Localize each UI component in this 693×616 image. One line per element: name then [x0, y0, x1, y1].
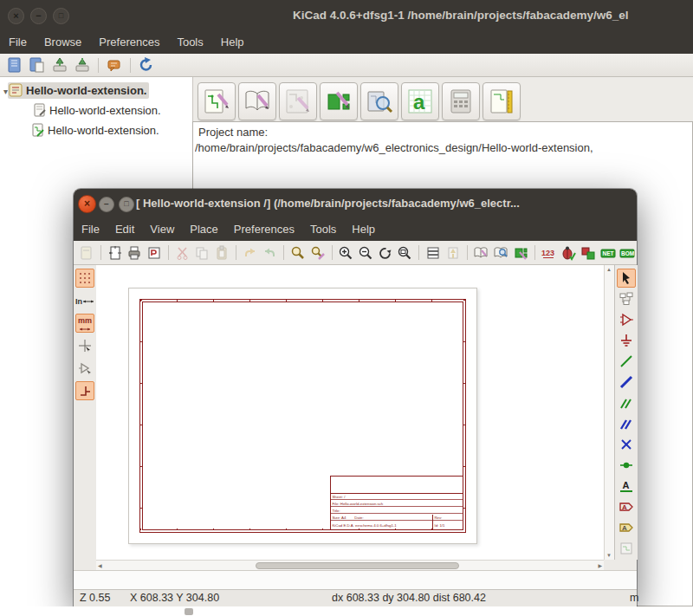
copy-icon[interactable]: [192, 243, 211, 263]
scroll-down-icon[interactable]: [606, 553, 612, 558]
zoom-fit-icon[interactable]: [396, 243, 415, 263]
menu-help[interactable]: Help: [212, 31, 253, 54]
menu-help[interactable]: Help: [344, 218, 383, 241]
tree-row-schematic[interactable]: Hello-world-extension.: [31, 120, 159, 139]
tree-item-label: Hello-world-extension.: [49, 104, 161, 117]
run-pcbnew-icon[interactable]: [511, 243, 530, 263]
place-bus-tool[interactable]: [617, 373, 636, 392]
refresh-tree-icon[interactable]: [136, 55, 157, 75]
hidden-pins-toggle[interactable]: [75, 359, 94, 378]
place-power-port-tool[interactable]: [617, 331, 636, 350]
new-project-icon[interactable]: [4, 55, 25, 75]
pcb-calculator-button[interactable]: [442, 82, 480, 120]
wire-to-bus-entry-tool[interactable]: [617, 393, 636, 412]
menu-place[interactable]: Place: [182, 218, 226, 241]
page-layout-editor-button[interactable]: [483, 82, 521, 120]
undo-icon[interactable]: [241, 243, 260, 263]
footprint-editor-button[interactable]: [320, 82, 358, 120]
scroll-left-icon[interactable]: [98, 562, 102, 568]
hv-orientation-toggle[interactable]: [75, 381, 94, 400]
paste-icon[interactable]: [212, 243, 231, 263]
bus-to-bus-entry-tool[interactable]: [617, 414, 636, 433]
toolbar-separator: [130, 58, 131, 73]
menu-tools[interactable]: Tools: [168, 31, 211, 54]
grid-visibility-toggle[interactable]: [75, 269, 94, 288]
minimize-icon[interactable]: [99, 197, 114, 212]
hierarchy-navigator-icon[interactable]: [424, 243, 443, 263]
netlist-icon[interactable]: NET: [599, 243, 618, 263]
run-cvpcb-icon[interactable]: [579, 243, 598, 263]
main-window-title: KiCad 4.0.6+dfsg1-1 /home/brain/projects…: [293, 0, 693, 31]
vertical-scrollbar[interactable]: [604, 265, 614, 560]
find-replace-icon[interactable]: [308, 243, 327, 263]
maximize-icon[interactable]: [119, 197, 134, 212]
scroll-right-icon[interactable]: [598, 562, 602, 568]
menu-edit[interactable]: Edit: [107, 218, 142, 241]
page-settings-icon[interactable]: [106, 243, 125, 263]
erc-icon[interactable]: [559, 243, 578, 263]
toolbar-separator: [467, 245, 468, 260]
tree-item-label: Hello-world-extension.: [48, 124, 159, 137]
save-icon[interactable]: [77, 243, 96, 263]
cursor-tool[interactable]: [617, 269, 636, 288]
menu-preferences[interactable]: Preferences: [90, 31, 168, 54]
cut-icon[interactable]: [173, 243, 192, 263]
file-explorer-icon[interactable]: [104, 55, 125, 75]
print-icon[interactable]: [125, 243, 144, 263]
mm-icon: mm: [78, 316, 92, 325]
library-browser-icon[interactable]: [491, 243, 510, 263]
library-editor-icon[interactable]: [472, 243, 491, 263]
annotate-icon[interactable]: 123: [540, 243, 559, 263]
minimize-icon[interactable]: [30, 8, 47, 24]
bom-icon[interactable]: BOM: [618, 243, 637, 263]
horizontal-scrollbar[interactable]: [96, 560, 604, 570]
place-hierarchical-sheet-tool[interactable]: [617, 539, 636, 558]
menu-tools[interactable]: Tools: [302, 218, 344, 241]
place-hierarchical-label-tool[interactable]: A: [617, 518, 636, 537]
panel-splitter-handle[interactable]: [185, 608, 193, 615]
schematic-canvas[interactable]: Sheet: / File: Hello-world-extension.sch…: [96, 265, 604, 560]
title-block-size: Size: A4: [332, 515, 346, 520]
maximize-icon[interactable]: [53, 8, 69, 24]
cursor-shape-toggle[interactable]: [75, 336, 94, 355]
tree-row-board[interactable]: Hello-world-extension.: [33, 101, 161, 120]
pcbnew-button[interactable]: [279, 82, 317, 120]
find-icon[interactable]: [288, 243, 308, 263]
menu-preferences[interactable]: Preferences: [226, 218, 302, 241]
tree-row-project[interactable]: Hello-world-extension.: [3, 81, 149, 100]
place-component-tool[interactable]: [617, 310, 636, 329]
units-inches-toggle[interactable]: In: [75, 291, 94, 310]
bitmap2component-button[interactable]: a: [401, 82, 439, 120]
board-file-icon: [33, 103, 47, 117]
svg-text:A: A: [622, 503, 627, 511]
place-junction-tool[interactable]: [617, 456, 636, 475]
zoom-out-icon[interactable]: [356, 243, 375, 263]
toolbar-separator: [418, 245, 419, 260]
zoom-in-icon[interactable]: [336, 243, 355, 263]
open-project-icon[interactable]: [27, 55, 48, 75]
place-net-label-tool[interactable]: A: [617, 477, 636, 496]
menu-file[interactable]: File: [0, 31, 36, 54]
schematic-library-editor-button[interactable]: [238, 82, 276, 120]
units-mm-toggle[interactable]: mm: [75, 314, 94, 333]
menu-view[interactable]: View: [142, 218, 182, 241]
gerbview-button[interactable]: [360, 82, 398, 120]
unarchive-project-icon[interactable]: [72, 55, 93, 75]
plot-icon[interactable]: [145, 243, 164, 263]
eeschema-button[interactable]: [198, 82, 236, 120]
leave-sheet-icon[interactable]: [444, 243, 463, 263]
place-global-label-tool[interactable]: A: [617, 497, 636, 516]
hierarchy-sheets-tool[interactable]: [617, 289, 636, 308]
close-icon[interactable]: [8, 8, 24, 24]
close-icon[interactable]: [78, 195, 96, 213]
scroll-up-icon[interactable]: [606, 267, 612, 272]
zoom-redraw-icon[interactable]: [376, 243, 395, 263]
scrollbar-thumb[interactable]: [256, 562, 459, 569]
menu-file[interactable]: File: [74, 218, 107, 241]
place-wire-tool[interactable]: [617, 352, 636, 371]
archive-project-icon[interactable]: [49, 55, 70, 75]
menu-browse[interactable]: Browse: [36, 31, 90, 54]
no-connect-tool[interactable]: [617, 435, 636, 454]
tree-selection[interactable]: Hello-world-extension.: [8, 82, 149, 99]
redo-icon[interactable]: [260, 243, 279, 263]
